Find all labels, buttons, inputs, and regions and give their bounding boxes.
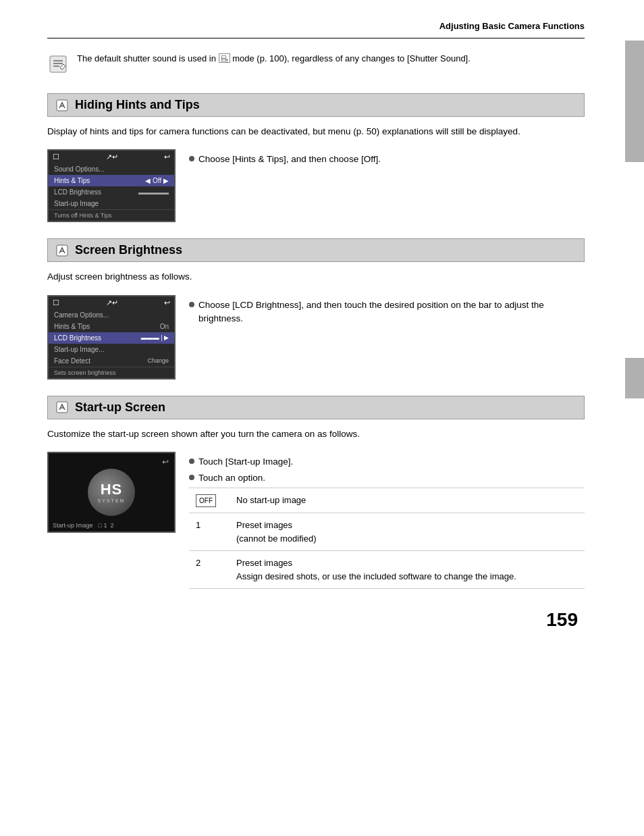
screen-item-startup: Start-up Image <box>49 198 174 209</box>
brightness-description: Adjust screen brightness as follows. <box>47 270 585 284</box>
brightness-screenshot: ☐ ↗↵ ↩ Camera Options... Hints & Tips On… <box>47 295 176 380</box>
hs-icons: □ 1 2 <box>99 522 114 529</box>
bullet-hints <box>189 156 194 161</box>
startup-instruction-2: Touch an option. <box>198 471 265 485</box>
hiding-hints-instruction: Choose [Hints & Tips], and then choose [… <box>189 149 585 166</box>
section-pencil-icon <box>56 99 68 111</box>
section-brightness-heading: Screen Brightness <box>47 238 585 262</box>
bullet-startup-2 <box>189 475 194 480</box>
screen-header-brightness: ☐ ↗↵ ↩ <box>49 296 174 309</box>
note-text: The default shutter sound is used in ⌸ǃ … <box>77 52 471 66</box>
hiding-hints-screenshot: ☐ ↗↵ ↩ Sound Options... Hints & Tips ◀ O… <box>47 149 176 222</box>
screen-item-lcd: LCD Brightness ▬▬▬ | ▶ <box>49 332 174 344</box>
option-value-off: No start-up image <box>230 488 585 513</box>
page-header: Adjusting Basic Camera Functions <box>47 20 585 38</box>
hs-bottom-bar: Start-up Image □ 1 2 <box>53 522 113 529</box>
page-container: Adjusting Basic Camera Functions The def… <box>0 0 644 836</box>
brightness-instruction-text: Choose [LCD Brightness], and then touch … <box>198 298 585 326</box>
option-key-2: 2 <box>189 551 230 589</box>
screen-item-camera-options-b: Camera Options... <box>49 309 174 321</box>
bullet-brightness <box>189 302 194 307</box>
screen-item-face-detect: Face Detect Change <box>49 355 174 367</box>
startup-options-table: OFF No start-up image 1 Preset images(ca… <box>189 488 585 589</box>
option-value-2: Preset imagesAssign desired shots, or us… <box>230 551 585 589</box>
screen-icon-camera: ☐ <box>53 153 59 161</box>
brightness-content: ☐ ↗↵ ↩ Camera Options... Hints & Tips On… <box>47 295 585 380</box>
screen-icon-camera-b: ☐ <box>53 298 59 307</box>
startup-screenshot: ↩ HS SYSTEM Start-up Image □ 1 2 <box>47 452 176 533</box>
right-tab-lower <box>625 358 644 398</box>
screen-header-hints: ☐ ↗↵ ↩ <box>49 151 174 163</box>
page-number: 159 <box>47 609 585 631</box>
hs-logo-circle: HS SYSTEM <box>88 469 135 516</box>
brightness-title: Screen Brightness <box>75 243 182 257</box>
header-title: Adjusting Basic Camera Functions <box>439 21 585 31</box>
section-startup-heading: Start-up Screen <box>47 396 585 419</box>
screen-item-hints-tips-b: Hints & Tips On <box>49 321 174 332</box>
section-hiding-heading: Hiding Hints and Tips <box>47 93 585 117</box>
camera-screen-hints: ☐ ↗↵ ↩ Sound Options... Hints & Tips ◀ O… <box>47 149 176 222</box>
screen-back-b: ↩ <box>164 298 170 307</box>
hiding-hints-content: ☐ ↗↵ ↩ Sound Options... Hints & Tips ◀ O… <box>47 149 585 222</box>
note-section: The default shutter sound is used in ⌸ǃ … <box>47 52 585 78</box>
screen-back: ↩ <box>164 153 170 161</box>
screen-footer-hints: Turns off Hints & Tips <box>49 209 174 221</box>
startup-content: ↩ HS SYSTEM Start-up Image □ 1 2 Touch [… <box>47 452 585 590</box>
hiding-hints-title: Hiding Hints and Tips <box>75 98 200 112</box>
startup-instruction-1: Touch [Start-up Image]. <box>198 455 293 469</box>
hs-logo-text: HS <box>101 481 123 498</box>
hs-label: Start-up Image <box>53 522 93 529</box>
screen-item-hints-tips: Hints & Tips ◀ Off ▶ <box>49 175 174 186</box>
screen-icon-settings-b: ↗↵ <box>106 298 118 307</box>
screen-item-lcd-brightness: LCD Brightness ▬▬▬▬▬ <box>49 186 174 198</box>
table-row: OFF No start-up image <box>189 488 585 513</box>
hs-startup-screen: ↩ HS SYSTEM Start-up Image □ 1 2 <box>47 452 176 533</box>
table-row: 2 Preset imagesAssign desired shots, or … <box>189 551 585 589</box>
option-key-off: OFF <box>189 488 230 513</box>
section-pencil-icon-3 <box>56 401 68 413</box>
screen-icon-settings: ↗↵ <box>106 153 118 161</box>
brightness-instruction: Choose [LCD Brightness], and then touch … <box>189 295 585 326</box>
option-key-1: 1 <box>189 513 230 551</box>
screen-item-startup-b: Start-up Image... <box>49 344 174 355</box>
hiding-hints-description: Display of hints and tips for camera fun… <box>47 125 585 138</box>
hs-back-button: ↩ <box>162 457 169 467</box>
hints-instruction-text: Choose [Hints & Tips], and then choose [… <box>198 153 381 166</box>
content-area: Adjusting Basic Camera Functions The def… <box>0 0 625 658</box>
startup-instructions: Touch [Start-up Image]. Touch an option.… <box>189 452 585 590</box>
hs-system-text: SYSTEM <box>98 498 126 503</box>
screen-item-camera-options: Sound Options... <box>49 163 174 175</box>
camera-screen-brightness: ☐ ↗↵ ↩ Camera Options... Hints & Tips On… <box>47 295 176 380</box>
option-value-1: Preset images(cannot be modified) <box>230 513 585 551</box>
screen-footer-brightness: Sets screen brightness <box>49 367 174 378</box>
off-badge: OFF <box>196 494 216 507</box>
startup-description: Customize the start-up screen shown afte… <box>47 427 585 441</box>
right-tab-upper <box>625 41 644 162</box>
bullet-startup-1 <box>189 459 194 464</box>
section-pencil-icon-2 <box>56 244 68 257</box>
table-row: 1 Preset images(cannot be modified) <box>189 513 585 551</box>
note-icon <box>47 53 69 75</box>
startup-title: Start-up Screen <box>75 400 165 415</box>
